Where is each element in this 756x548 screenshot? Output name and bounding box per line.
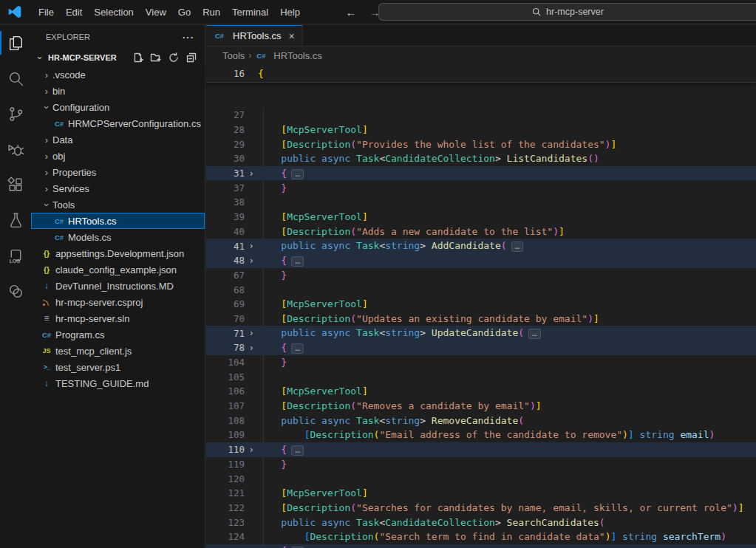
code-line-119[interactable]: 119 } [206, 457, 756, 472]
menu-help[interactable]: Help [274, 7, 306, 18]
search-icon[interactable] [0, 61, 31, 96]
menu-file[interactable]: File [33, 7, 60, 18]
close-icon[interactable]: × [289, 30, 295, 42]
tree-item-hr-mcp-server-sln[interactable]: ≡hr-mcp-server.sln [31, 310, 205, 326]
code-line-67[interactable]: 67 } [206, 268, 756, 283]
fold-chevron-icon[interactable]: › [245, 168, 258, 179]
code-line-110[interactable]: 110› {… [206, 442, 756, 457]
run-and-debug-icon[interactable] [0, 131, 31, 167]
code-line-78[interactable]: 78› {… [206, 340, 756, 355]
code-line-104[interactable]: 104 } [206, 355, 756, 370]
tree-item-configuration[interactable]: ›Configuration [31, 99, 205, 115]
code-line-39[interactable]: 39 [McpServerTool] [206, 210, 756, 225]
tree-item-label: .vscode [52, 69, 86, 81]
tree-item-obj[interactable]: ›obj [31, 148, 205, 164]
refresh-icon[interactable] [168, 52, 180, 64]
fold-chevron-icon[interactable]: › [245, 241, 258, 251]
collapse-all-icon[interactable] [185, 52, 197, 64]
new-file-icon[interactable] [132, 52, 144, 64]
tree-item-label: Properties [52, 167, 96, 178]
tree-item-tools[interactable]: ›Tools [31, 196, 205, 213]
svg-text:LOG: LOG [9, 258, 20, 263]
history-navigation: ← → [344, 6, 381, 18]
tree-item-appsettings-development-json[interactable]: {}appsettings.Development.json [31, 245, 205, 261]
code-line-29[interactable]: 29 [Description("Provides the whole list… [206, 137, 756, 151]
code-line-108[interactable]: 108 public async Task<string> RemoveCand… [206, 413, 756, 428]
extension-circles-icon[interactable] [0, 273, 31, 309]
menu-selection[interactable]: Selection [88, 7, 139, 18]
tree-item-program-cs[interactable]: C#Program.cs [31, 326, 205, 343]
code-line-122[interactable]: 122 [Description("Searches for candidate… [206, 501, 756, 516]
tree-item-hr-mcp-server-csproj[interactable]: hr-mcp-server.csproj [31, 294, 205, 310]
code-line-70[interactable]: 70 [Description("Updates an existing can… [206, 312, 756, 326]
explorer-header: EXPLORER ··· [31, 25, 205, 49]
code-line-30[interactable]: 30 public async Task<CandidateCollection… [206, 151, 756, 166]
code-line-27[interactable]: 27 [206, 108, 756, 123]
tree-item-testing-guide-md[interactable]: ↓TESTING_GUIDE.md [31, 375, 205, 391]
code-line-125[interactable]: 125› {… [206, 544, 756, 548]
explorer-icon[interactable] [0, 25, 31, 61]
tree-item--vscode[interactable]: ›.vscode [31, 66, 205, 83]
tree-item-test-mcp-client-js[interactable]: JStest_mcp_client.js [31, 343, 205, 359]
title-bar: FileEditSelectionViewGoRunTerminalHelp ←… [0, 0, 756, 24]
breadcrumb-item-tools[interactable]: Tools [222, 50, 245, 61]
menu-terminal[interactable]: Terminal [226, 7, 274, 18]
tree-root-hr-mcp-server[interactable]: › HR-MCP-SERVER [31, 49, 205, 66]
code-line-69[interactable]: 69 [McpServerTool] [206, 297, 756, 312]
sticky-line-16[interactable]: 16{ [206, 66, 264, 81]
testing-beaker-icon[interactable] [0, 202, 31, 238]
extensions-icon[interactable] [0, 167, 31, 202]
code-line-48[interactable]: 48› {… [206, 253, 756, 268]
tree-item-hrmcpserverconfiguration-cs[interactable]: C#HRMCPServerConfiguration.cs [31, 115, 205, 131]
code-line-71[interactable]: 71› public async Task<string> UpdateCand… [206, 326, 756, 340]
tree-item-devtunnel-instructions-md[interactable]: ↓DevTunnel_Instructions.MD [31, 278, 205, 294]
tree-item-data[interactable]: ›Data [31, 131, 205, 148]
fold-chevron-icon[interactable]: › [245, 328, 258, 338]
code-line-31[interactable]: 31› {… [206, 166, 756, 181]
breadcrumb-item-hrtools-cs[interactable]: HRTools.cs [273, 50, 322, 61]
menu-bar: FileEditSelectionViewGoRunTerminalHelp [33, 0, 306, 24]
code-line-121[interactable]: 121 [McpServerTool] [206, 486, 756, 501]
source-control-icon[interactable] [0, 96, 31, 131]
menu-view[interactable]: View [140, 7, 172, 18]
fold-chevron-icon[interactable]: › [245, 445, 258, 455]
vscode-window: FileEditSelectionViewGoRunTerminalHelp ←… [0, 0, 756, 548]
output-log-icon[interactable]: LOG [0, 238, 31, 273]
code-line-106[interactable]: 106 [McpServerTool] [206, 384, 756, 399]
menu-go[interactable]: Go [172, 7, 197, 18]
sticky-scroll-line[interactable]: 16{ [206, 64, 756, 83]
code-line-38[interactable]: 38 [206, 195, 756, 210]
command-center-search[interactable]: hr-mcp-server [378, 3, 756, 21]
code-line-124[interactable]: 124 [Description("Search term to find in… [206, 530, 756, 544]
js-file-icon: JS [41, 345, 52, 357]
menu-edit[interactable]: Edit [60, 7, 88, 18]
code-line-28[interactable]: 28 [McpServerTool] [206, 123, 756, 137]
fold-chevron-icon[interactable]: › [245, 343, 258, 353]
sln-file-icon: ≡ [41, 312, 52, 324]
tree-item-services[interactable]: ›Services [31, 180, 205, 196]
search-value: hr-mcp-server [546, 7, 604, 17]
code-line-107[interactable]: 107 [Description("Removes a candidate by… [206, 399, 756, 414]
more-actions-icon[interactable]: ··· [183, 32, 194, 43]
tree-item-claude-config-example-json[interactable]: {}claude_config_example.json [31, 261, 205, 278]
code-line-123[interactable]: 123 public async Task<CandidateCollectio… [206, 515, 756, 530]
tree-item-test-server-ps1[interactable]: >_test_server.ps1 [31, 359, 205, 375]
tree-item-label: Models.cs [68, 232, 112, 243]
code-line-68[interactable]: 68 [206, 282, 756, 297]
code-line-37[interactable]: 37 } [206, 180, 756, 195]
cs-file-icon: C# [41, 329, 52, 340]
menu-run[interactable]: Run [197, 7, 226, 18]
code-line-105[interactable]: 105 [206, 369, 756, 384]
back-arrow-icon[interactable]: ← [344, 6, 358, 18]
code-line-40[interactable]: 40 [Description("Adds a new candidate to… [206, 225, 756, 239]
code-line-41[interactable]: 41› public async Task<string> AddCandida… [206, 239, 756, 253]
code-line-109[interactable]: 109 [Description("Email address of the c… [206, 428, 756, 442]
new-folder-icon[interactable] [150, 52, 162, 64]
code-line-120[interactable]: 120 [206, 471, 756, 486]
fold-chevron-icon[interactable]: › [245, 256, 258, 266]
tree-item-properties[interactable]: ›Properties [31, 164, 205, 180]
tree-item-hrtools-cs[interactable]: C#HRTools.cs [31, 213, 205, 229]
tab-hrtools-cs[interactable]: C# HRTools.cs × [206, 25, 303, 46]
tree-item-bin[interactable]: ›bin [31, 83, 205, 99]
tree-item-models-cs[interactable]: C#Models.cs [31, 229, 205, 245]
